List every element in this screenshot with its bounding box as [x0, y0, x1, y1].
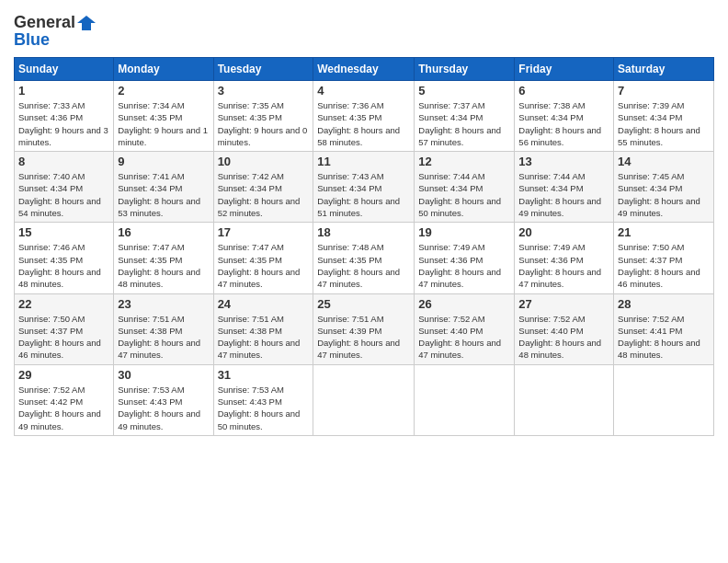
day-info: Sunrise: 7:53 AM Sunset: 4:43 PM Dayligh… [118, 384, 209, 432]
day-number: 15 [18, 225, 109, 239]
sunrise-label: Sunrise: 7:38 AM [518, 100, 585, 110]
calendar-cell: 13 Sunrise: 7:44 AM Sunset: 4:34 PM Dayl… [515, 152, 614, 223]
day-info: Sunrise: 7:41 AM Sunset: 4:34 PM Dayligh… [118, 170, 209, 219]
daylight-label: Daylight: 8 hours and 50 minutes. [218, 408, 301, 431]
day-info: Sunrise: 7:49 AM Sunset: 4:36 PM Dayligh… [418, 241, 510, 290]
page-container: General Blue SundayMondayTuesdayWednesda… [0, 0, 728, 445]
day-number: 8 [18, 155, 109, 168]
logo-blue: Blue [14, 30, 50, 50]
day-info: Sunrise: 7:42 AM Sunset: 4:34 PM Dayligh… [218, 170, 310, 219]
calendar-cell: 28 Sunrise: 7:52 AM Sunset: 4:41 PM Dayl… [614, 293, 714, 364]
day-number: 2 [118, 84, 209, 98]
calendar-table: SundayMondayTuesdayWednesdayThursdayFrid… [14, 57, 714, 436]
daylight-label: Daylight: 8 hours and 47 minutes. [317, 267, 400, 289]
day-number: 18 [317, 225, 410, 239]
day-info: Sunrise: 7:50 AM Sunset: 4:37 PM Dayligh… [618, 241, 710, 290]
sunset-label: Sunset: 4:36 PM [518, 255, 583, 265]
calendar-cell: 3 Sunrise: 7:35 AM Sunset: 4:35 PM Dayli… [213, 81, 313, 152]
sunset-label: Sunset: 4:34 PM [218, 183, 282, 193]
daylight-label: Daylight: 8 hours and 48 minutes. [118, 267, 200, 289]
day-number: 26 [418, 297, 510, 311]
day-info: Sunrise: 7:33 AM Sunset: 4:36 PM Dayligh… [18, 99, 109, 148]
daylight-label: Daylight: 8 hours and 57 minutes. [418, 125, 501, 147]
sunrise-label: Sunrise: 7:53 AM [218, 385, 284, 395]
daylight-label: Daylight: 8 hours and 47 minutes. [418, 267, 501, 289]
sunset-label: Sunset: 4:38 PM [118, 326, 182, 336]
sunset-label: Sunset: 4:34 PM [18, 183, 83, 193]
calendar-cell: 15 Sunrise: 7:46 AM Sunset: 4:35 PM Dayl… [15, 223, 114, 293]
sunrise-label: Sunrise: 7:53 AM [118, 385, 184, 395]
day-number: 23 [118, 297, 209, 311]
daylight-label: Daylight: 8 hours and 49 minutes. [18, 408, 101, 431]
sunrise-label: Sunrise: 7:40 AM [18, 171, 85, 181]
daylight-label: Daylight: 9 hours and 1 minute. [118, 125, 208, 147]
sunrise-label: Sunrise: 7:52 AM [518, 314, 585, 324]
calendar-cell: 27 Sunrise: 7:52 AM Sunset: 4:40 PM Dayl… [515, 293, 614, 364]
day-header-tuesday: Tuesday [213, 58, 313, 81]
day-header-monday: Monday [114, 58, 213, 81]
day-info: Sunrise: 7:52 AM Sunset: 4:40 PM Dayligh… [518, 313, 609, 362]
daylight-label: Daylight: 8 hours and 58 minutes. [317, 125, 400, 147]
day-number: 5 [418, 84, 510, 98]
sunrise-label: Sunrise: 7:39 AM [618, 100, 684, 110]
sunrise-label: Sunrise: 7:52 AM [18, 385, 85, 395]
day-info: Sunrise: 7:47 AM Sunset: 4:35 PM Dayligh… [118, 241, 209, 290]
day-number: 10 [218, 155, 310, 168]
day-info: Sunrise: 7:40 AM Sunset: 4:34 PM Dayligh… [18, 170, 109, 219]
day-number: 24 [218, 297, 310, 311]
calendar-cell: 31 Sunrise: 7:53 AM Sunset: 4:43 PM Dayl… [213, 364, 313, 435]
day-number: 13 [518, 155, 609, 168]
sunset-label: Sunset: 4:36 PM [418, 255, 483, 265]
day-info: Sunrise: 7:43 AM Sunset: 4:34 PM Dayligh… [317, 170, 410, 219]
sunset-label: Sunset: 4:35 PM [118, 255, 182, 265]
day-info: Sunrise: 7:47 AM Sunset: 4:35 PM Dayligh… [218, 241, 310, 290]
daylight-label: Daylight: 9 hours and 0 minutes. [218, 125, 308, 147]
sunset-label: Sunset: 4:35 PM [218, 255, 282, 265]
day-number: 21 [618, 225, 710, 239]
sunrise-label: Sunrise: 7:52 AM [418, 314, 484, 324]
sunset-label: Sunset: 4:35 PM [118, 112, 182, 122]
day-info: Sunrise: 7:52 AM Sunset: 4:40 PM Dayligh… [418, 313, 510, 362]
daylight-label: Daylight: 8 hours and 49 minutes. [618, 196, 700, 218]
day-number: 7 [618, 84, 710, 98]
day-number: 20 [518, 225, 609, 239]
day-number: 28 [618, 297, 710, 311]
calendar-cell: 25 Sunrise: 7:51 AM Sunset: 4:39 PM Dayl… [313, 293, 415, 364]
calendar-cell: 12 Sunrise: 7:44 AM Sunset: 4:34 PM Dayl… [415, 152, 515, 223]
daylight-label: Daylight: 9 hours and 3 minutes. [18, 125, 108, 147]
daylight-label: Daylight: 8 hours and 46 minutes. [618, 267, 700, 289]
day-number: 16 [118, 225, 209, 239]
sunrise-label: Sunrise: 7:44 AM [518, 171, 585, 181]
sunset-label: Sunset: 4:34 PM [118, 183, 182, 193]
sunrise-label: Sunrise: 7:51 AM [317, 314, 383, 324]
calendar-cell: 24 Sunrise: 7:51 AM Sunset: 4:38 PM Dayl… [213, 293, 313, 364]
day-info: Sunrise: 7:53 AM Sunset: 4:43 PM Dayligh… [218, 384, 310, 432]
daylight-label: Daylight: 8 hours and 47 minutes. [418, 338, 501, 360]
day-header-sunday: Sunday [15, 58, 114, 81]
sunset-label: Sunset: 4:35 PM [218, 112, 282, 122]
day-info: Sunrise: 7:37 AM Sunset: 4:34 PM Dayligh… [418, 99, 510, 148]
calendar-cell: 16 Sunrise: 7:47 AM Sunset: 4:35 PM Dayl… [114, 223, 213, 293]
daylight-label: Daylight: 8 hours and 50 minutes. [418, 196, 501, 218]
day-number: 30 [118, 368, 209, 382]
sunset-label: Sunset: 4:34 PM [418, 183, 483, 193]
calendar-cell: 5 Sunrise: 7:37 AM Sunset: 4:34 PM Dayli… [415, 81, 515, 152]
daylight-label: Daylight: 8 hours and 51 minutes. [317, 196, 400, 218]
calendar-cell: 19 Sunrise: 7:49 AM Sunset: 4:36 PM Dayl… [415, 223, 515, 293]
calendar-cell: 1 Sunrise: 7:33 AM Sunset: 4:36 PM Dayli… [15, 81, 114, 152]
sunrise-label: Sunrise: 7:47 AM [118, 242, 184, 252]
calendar-cell: 21 Sunrise: 7:50 AM Sunset: 4:37 PM Dayl… [614, 223, 714, 293]
sunset-label: Sunset: 4:37 PM [18, 326, 83, 336]
day-number: 1 [18, 84, 109, 98]
calendar-cell: 7 Sunrise: 7:39 AM Sunset: 4:34 PM Dayli… [614, 81, 714, 152]
day-info: Sunrise: 7:36 AM Sunset: 4:35 PM Dayligh… [317, 99, 410, 148]
sunset-label: Sunset: 4:34 PM [618, 112, 682, 122]
sunrise-label: Sunrise: 7:47 AM [218, 242, 284, 252]
svg-marker-0 [77, 16, 96, 30]
day-number: 14 [618, 155, 710, 168]
day-info: Sunrise: 7:44 AM Sunset: 4:34 PM Dayligh… [418, 170, 510, 219]
daylight-label: Daylight: 8 hours and 49 minutes. [518, 196, 601, 218]
sunrise-label: Sunrise: 7:33 AM [18, 100, 85, 110]
day-info: Sunrise: 7:52 AM Sunset: 4:42 PM Dayligh… [18, 384, 109, 432]
calendar-cell [614, 364, 714, 435]
